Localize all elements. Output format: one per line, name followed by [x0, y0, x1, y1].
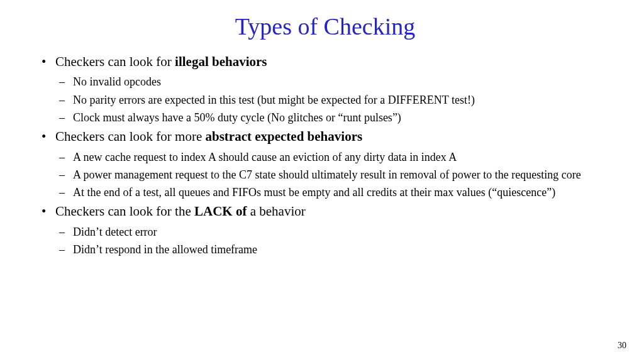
sub-bullet: A new cache request to index A should ca… [55, 150, 613, 165]
bullet-bold: LACK of [194, 204, 247, 219]
sub-bullet: Clock must always have a 50% duty cycle … [55, 110, 613, 125]
bullet-prefix: Checkers can look for more [55, 129, 206, 144]
sub-bullet: A power management request to the C7 sta… [55, 167, 613, 182]
page-number: 30 [618, 341, 626, 351]
slide-body: Checkers can look for illegal behaviors … [38, 53, 613, 257]
bullet-bold: abstract expected behaviors [206, 129, 363, 144]
bullet-prefix: Checkers can look for the [55, 204, 194, 219]
bullet-item: Checkers can look for illegal behaviors … [38, 53, 613, 125]
sub-bullet: Didn’t detect error [55, 224, 613, 239]
bullet-bold: illegal behaviors [175, 54, 267, 69]
bullet-item: Checkers can look for more abstract expe… [38, 128, 613, 200]
sub-bullet: At the end of a test, all queues and FIF… [55, 185, 613, 200]
bullet-suffix: a behavior [247, 204, 305, 219]
sub-bullet: No invalid opcodes [55, 74, 613, 89]
page-title: Types of Checking [38, 13, 613, 40]
sub-bullet: Didn’t respond in the allowed timeframe [55, 242, 613, 257]
bullet-prefix: Checkers can look for [55, 54, 175, 69]
bullet-item: Checkers can look for the LACK of a beha… [38, 202, 613, 257]
sub-bullet: No parity errors are expected in this te… [55, 92, 613, 107]
